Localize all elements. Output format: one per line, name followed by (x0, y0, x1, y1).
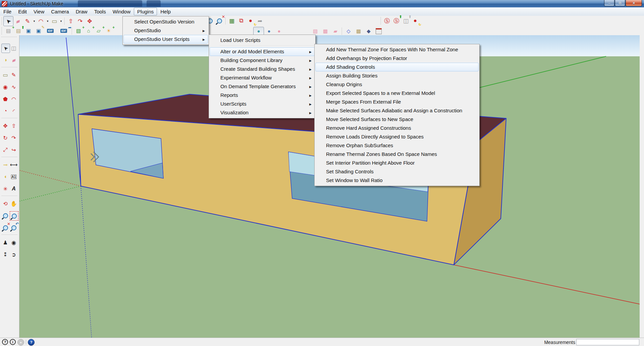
zoom-window-button[interactable] (10, 211, 18, 221)
menu-item-experimental-workflow[interactable]: Experimental Workflow▶ (210, 73, 315, 82)
menu-item-visualization[interactable]: Visualization▶ (210, 108, 315, 117)
restore-button[interactable]: ⧉ (615, 0, 625, 6)
photo-textures-button[interactable]: ●↻ (246, 16, 255, 25)
upload-component-button[interactable]: ◫⬆ (401, 16, 411, 25)
menu-item-merge-spaces[interactable]: Merge Spaces From External File (315, 98, 479, 106)
walk-tool-button[interactable]: ⁑ (1, 250, 9, 259)
move-tool-button[interactable]: ✥ (85, 16, 94, 26)
orbit-tool-button[interactable]: ⟲ (1, 199, 9, 208)
two-point-arc-button[interactable]: ◜ (10, 107, 18, 115)
close-button[interactable]: ✕ (626, 0, 642, 6)
menu-camera[interactable]: Camera (48, 8, 72, 15)
os-save-model-button[interactable]: ▣ (23, 27, 34, 35)
menu-item-building-component-library[interactable]: Building Component Library▶ (210, 56, 315, 65)
menu-item-remove-orphan-subsurfaces[interactable]: Remove Orphan SubSurfaces (315, 141, 479, 150)
os-new-model-button[interactable]: ▤+ (3, 27, 13, 35)
account-icon[interactable]: ● (17, 339, 24, 346)
menu-item-select-openstudio-version[interactable]: Select OpenStudio Version (123, 17, 208, 26)
rectangle-tool-button[interactable]: ▭ (50, 16, 59, 26)
menu-item-remove-hard-assigned-constructions[interactable]: Remove Hard Assigned Constructions (315, 124, 479, 132)
os-new-shading-group-button[interactable]: ⌂+ (84, 27, 94, 35)
tape-measure-button[interactable]: ⊸ (1, 160, 9, 169)
menu-view[interactable]: View (30, 8, 48, 15)
render-by-construction-button[interactable]: ● (274, 27, 284, 35)
menu-item-export-selected-spaces[interactable]: Export Selected Spaces to a new External… (315, 89, 479, 98)
follow-me-tool-button[interactable]: ↷ (10, 133, 18, 142)
credits-info-icon[interactable]: i (10, 339, 16, 345)
render-by-surface-type-button[interactable]: ● (253, 27, 264, 35)
menu-item-set-interior-partition-height[interactable]: Set Interior Partition Height Above Floo… (315, 159, 479, 167)
menu-item-set-shading-controls[interactable]: Set Shading Controls (315, 167, 479, 176)
arc-tool-button[interactable]: ◠ (10, 95, 18, 103)
eraser-tool-button[interactable]: ▰ (13, 16, 23, 26)
rectangle-tool-button[interactable]: ▭ (1, 70, 9, 79)
menu-item-alter-or-add-model-elements[interactable]: Alter or Add Model Elements▶ (210, 47, 315, 56)
share-model-button[interactable]: ➦ (255, 16, 265, 25)
paint-bucket-button[interactable]: ◑ (1, 56, 9, 64)
menu-edit[interactable]: Edit (15, 8, 30, 15)
make-component-button[interactable]: ◫ (10, 44, 18, 52)
pan-tool-button[interactable]: ✋ (10, 199, 18, 208)
select-tool-button[interactable]: ➤ (3, 16, 13, 26)
line-tool-button[interactable]: ✎ (23, 16, 32, 26)
menu-item-openstudio-user-scripts[interactable]: OpenStudio User Scripts▶ (123, 35, 208, 44)
construction-legend-button[interactable]: ▰ (330, 27, 340, 35)
surface-type-legend-button[interactable]: ▧ (310, 27, 320, 35)
os-new-daylighting-button[interactable]: ☀+ (104, 27, 114, 35)
menu-plugins[interactable]: Plugins (134, 8, 157, 15)
menu-item-rename-thermal-zones[interactable]: Rename Thermal Zones Based On Space Name… (315, 150, 479, 159)
menu-file[interactable]: File (0, 8, 15, 15)
menu-item-add-shading-controls[interactable]: Add Shading Controls (315, 63, 479, 71)
zoom-tool-button[interactable] (1, 211, 9, 220)
os-import-idf-button[interactable]: IDF (44, 27, 57, 35)
toolbar-grip[interactable] (1, 17, 2, 25)
os-new-interior-partition-button[interactable]: ▱+ (94, 27, 104, 35)
toolbar-grip[interactable] (1, 37, 17, 38)
menu-draw[interactable]: Draw (72, 8, 91, 15)
menu-item-openstudio[interactable]: OpenStudio▶ (123, 26, 208, 35)
zoom-photo-button[interactable]: ↶ (10, 223, 18, 232)
protractor-tool-button[interactable]: ◖ (1, 172, 9, 181)
menu-item-remove-loads-directly-assigned[interactable]: Remove Loads Directly Assigned to Spaces (315, 132, 479, 141)
eraser-tool-button[interactable]: ▰ (10, 56, 18, 64)
menu-item-reports[interactable]: Reports▶ (210, 91, 315, 100)
axes-tool-button[interactable]: ✳ (1, 184, 9, 193)
arc-tool-button[interactable]: ◠ (36, 16, 46, 26)
os-save-model-as-button[interactable]: ▣✎ (34, 27, 44, 35)
menu-item-set-window-to-wall-ratio[interactable]: Set Window to Wall Ratio (315, 176, 479, 185)
offset-tool-button[interactable]: ↪ (10, 146, 18, 154)
os-open-model-button[interactable]: ▤⬆ (13, 27, 23, 35)
menu-item-make-surfaces-adiabatic[interactable]: Make Selected Surfaces Adiabatic and Ass… (315, 106, 479, 115)
text-tool-button[interactable]: A1 (10, 172, 18, 181)
extension-warehouse-button[interactable]: ⧉ (236, 16, 246, 25)
geolocation-icon[interactable]: ? (2, 339, 8, 345)
menu-item-add-new-thermal-zone[interactable]: Add New Thermal Zone For Spaces With No … (315, 45, 479, 54)
polygon-tool-button[interactable]: ⬟ (1, 95, 9, 103)
menu-item-cleanup-origins[interactable]: Cleanup Origins (315, 80, 479, 89)
line-tool-button[interactable]: ✎ (10, 70, 18, 79)
measurements-input[interactable] (576, 339, 639, 345)
warehouse-button[interactable]: Ⓢ (382, 16, 392, 25)
view-shaded-button[interactable]: ◆ (364, 27, 374, 35)
toolbar-grip[interactable] (380, 17, 381, 24)
menu-item-add-overhangs[interactable]: Add Overhangs by Projection Factor (315, 54, 479, 63)
push-pull-tool-button[interactable]: ⇧ (10, 121, 18, 130)
menu-item-load-user-scripts[interactable]: Load User Scripts (210, 36, 315, 45)
follow-me-tool-button[interactable]: ↷ (75, 16, 85, 26)
menu-item-on-demand-template-generators[interactable]: On Demand Template Generators▶ (210, 82, 315, 91)
menu-item-move-surfaces-to-new-space[interactable]: Move Selected Surfaces to New Space (315, 115, 479, 124)
boundary-legend-button[interactable]: ▩ (320, 27, 330, 35)
freehand-tool-button[interactable]: ∿ (10, 82, 18, 91)
help-icon[interactable]: ? (28, 339, 35, 346)
push-pull-tool-button[interactable]: ⇧ (66, 16, 75, 26)
menu-tools[interactable]: Tools (91, 8, 109, 15)
add-location-button[interactable]: ▦ (227, 16, 236, 25)
arc-flyout-caret[interactable]: ▾ (46, 16, 50, 26)
menu-item-assign-building-stories[interactable]: Assign Building Stories (315, 71, 479, 80)
run-simulation-button[interactable] (374, 27, 384, 35)
pie-tool-button[interactable]: ◔ (1, 107, 9, 115)
view-wireframe-button[interactable]: ◇ (343, 27, 354, 35)
menu-window[interactable]: Window (109, 8, 134, 15)
zoom-extents-button[interactable]: ✕ (215, 16, 224, 25)
minimize-button[interactable]: – (604, 0, 614, 6)
